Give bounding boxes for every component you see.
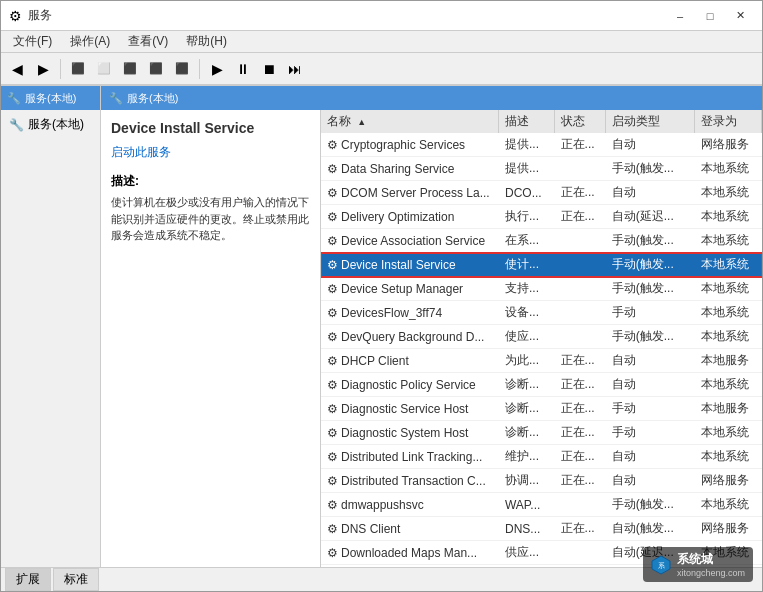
cell-login: 网络服务 xyxy=(695,469,762,493)
col-name[interactable]: 名称 ▲ xyxy=(321,110,499,133)
table-row[interactable]: ⚙Distributed Link Tracking...维护...正在...自… xyxy=(321,445,762,469)
table-row[interactable]: ⚙Device Association Service在系...手动(触发...… xyxy=(321,229,762,253)
service-row-name: Data Sharing Service xyxy=(341,162,454,176)
col-status[interactable]: 状态 xyxy=(555,110,606,133)
table-row[interactable]: ⚙Data Sharing Service提供...手动(触发...本地系统 xyxy=(321,157,762,181)
cell-status xyxy=(555,493,606,517)
menu-file[interactable]: 文件(F) xyxy=(5,31,60,52)
cell-startup: 自动 xyxy=(606,181,695,205)
table-row[interactable]: ⚙dmwappushsvcWAP...手动(触发...本地系统 xyxy=(321,493,762,517)
cell-startup: 自动(触发... xyxy=(606,517,695,541)
main-header-icon: 🔧 xyxy=(109,92,123,105)
toolbar-sep-1 xyxy=(60,59,61,79)
cell-desc: 为此... xyxy=(499,349,555,373)
table-row[interactable]: ⚙Diagnostic System Host诊断...正在...手动本地系统 xyxy=(321,421,762,445)
cell-desc: 诊断... xyxy=(499,421,555,445)
cell-status: 正在... xyxy=(555,205,606,229)
table-row[interactable]: ⚙Device Install Service使计...手动(触发...本地系统 xyxy=(321,253,762,277)
cell-login: 本地系统 xyxy=(695,445,762,469)
col-login-label: 登录为 xyxy=(701,114,737,128)
cell-name: ⚙Diagnostic Service Host xyxy=(321,397,499,421)
menu-view[interactable]: 查看(V) xyxy=(120,31,176,52)
cell-desc: 提供... xyxy=(499,133,555,157)
toolbar-btn-2[interactable]: ⬜ xyxy=(92,57,116,81)
table-row[interactable]: ⚙Diagnostic Service Host诊断...正在...手动本地服务 xyxy=(321,397,762,421)
app-icon: ⚙ xyxy=(9,8,22,24)
tree-item-services[interactable]: 🔧 服务(本地) xyxy=(5,114,96,135)
col-startup[interactable]: 启动类型 xyxy=(606,110,695,133)
toolbar-btn-3[interactable]: ⬛ xyxy=(118,57,142,81)
tab-standard[interactable]: 标准 xyxy=(53,568,99,591)
cell-desc: DCO... xyxy=(499,181,555,205)
cell-desc: 协调... xyxy=(499,469,555,493)
back-button[interactable]: ◀ xyxy=(5,57,29,81)
table-row[interactable]: ⚙Distributed Transaction C...协调...正在...自… xyxy=(321,469,762,493)
service-row-icon: ⚙ xyxy=(327,402,338,416)
col-status-label: 状态 xyxy=(561,114,585,128)
cell-status xyxy=(555,253,606,277)
main-content: Device Install Service 启动此服务 描述: 使计算机在极少… xyxy=(101,110,762,567)
window-controls: – □ ✕ xyxy=(666,5,754,27)
start-button[interactable]: ▶ xyxy=(205,57,229,81)
service-row-name: Device Association Service xyxy=(341,234,485,248)
cell-startup: 手动 xyxy=(606,397,695,421)
pause-button[interactable]: ⏸ xyxy=(231,57,255,81)
table-row[interactable]: ⚙Cryptographic Services提供...正在...自动网络服务 xyxy=(321,133,762,157)
cell-login: 本地系统 xyxy=(695,421,762,445)
cell-startup: 手动(触发... xyxy=(606,277,695,301)
tab-expand[interactable]: 扩展 xyxy=(5,568,51,591)
table-row[interactable]: ⚙DCOM Server Process La...DCO...正在...自动本… xyxy=(321,181,762,205)
menu-action[interactable]: 操作(A) xyxy=(62,31,118,52)
cell-login: 本地服务 xyxy=(695,397,762,421)
cell-login: 本地系统 xyxy=(695,253,762,277)
table-row[interactable]: ⚙Delivery Optimization执行...正在...自动(延迟...… xyxy=(321,205,762,229)
cell-desc: 使计... xyxy=(499,253,555,277)
table-row[interactable]: ⚙DevQuery Background D...使应...手动(触发...本地… xyxy=(321,325,762,349)
start-service-link[interactable]: 启动此服务 xyxy=(111,144,310,161)
toolbar-btn-5[interactable]: ⬛ xyxy=(170,57,194,81)
cell-desc: 在系... xyxy=(499,229,555,253)
cell-name: ⚙Cryptographic Services xyxy=(321,133,499,157)
cell-login: 网络服务 xyxy=(695,517,762,541)
close-button[interactable]: ✕ xyxy=(726,5,754,27)
stop-button[interactable]: ⏹ xyxy=(257,57,281,81)
service-row-icon: ⚙ xyxy=(327,450,338,464)
cell-name: ⚙Device Association Service xyxy=(321,229,499,253)
table-row[interactable]: ⚙DevicesFlow_3ff74设备...手动本地系统 xyxy=(321,301,762,325)
cell-login: 本地系统 xyxy=(695,157,762,181)
service-row-name: DNS Client xyxy=(341,522,400,536)
left-panel-icon: 🔧 xyxy=(7,92,21,105)
cell-startup: 手动(触发... xyxy=(606,493,695,517)
table-row[interactable]: ⚙DHCP Client为此...正在...自动本地服务 xyxy=(321,349,762,373)
restart-button[interactable]: ⏭ xyxy=(283,57,307,81)
table-row[interactable]: ⚙Diagnostic Policy Service诊断...正在...自动本地… xyxy=(321,373,762,397)
table-row[interactable]: ⚙DNS ClientDNS...正在...自动(触发...网络服务 xyxy=(321,517,762,541)
cell-name: ⚙Device Install Service xyxy=(321,253,499,277)
col-login[interactable]: 登录为 xyxy=(695,110,762,133)
cell-login: 本地系统 xyxy=(695,325,762,349)
cell-startup: 手动(触发... xyxy=(606,325,695,349)
toolbar-btn-1[interactable]: ⬛ xyxy=(66,57,90,81)
forward-button[interactable]: ▶ xyxy=(31,57,55,81)
cell-login: 本地系统 xyxy=(695,229,762,253)
table-row[interactable]: ⚙Device Setup Manager支持...手动(触发...本地系统 xyxy=(321,277,762,301)
maximize-button[interactable]: □ xyxy=(696,5,724,27)
svg-text:系: 系 xyxy=(657,562,664,569)
minimize-button[interactable]: – xyxy=(666,5,694,27)
cell-login: 本地系统 xyxy=(695,181,762,205)
service-row-icon: ⚙ xyxy=(327,354,338,368)
service-row-icon: ⚙ xyxy=(327,426,338,440)
cell-name: ⚙dmwappushsvc xyxy=(321,493,499,517)
menu-help[interactable]: 帮助(H) xyxy=(178,31,235,52)
cell-login: 本地系统 xyxy=(695,373,762,397)
service-row-name: Cryptographic Services xyxy=(341,138,465,152)
left-panel-header: 🔧 服务(本地) xyxy=(1,86,100,110)
service-name: Device Install Service xyxy=(111,120,310,136)
cell-name: ⚙Distributed Link Tracking... xyxy=(321,445,499,469)
cell-login: 网络服务 xyxy=(695,133,762,157)
col-desc[interactable]: 描述 xyxy=(499,110,555,133)
service-row-icon: ⚙ xyxy=(327,522,338,536)
service-row-icon: ⚙ xyxy=(327,138,338,152)
toolbar-btn-4[interactable]: ⬛ xyxy=(144,57,168,81)
cell-startup: 自动 xyxy=(606,469,695,493)
